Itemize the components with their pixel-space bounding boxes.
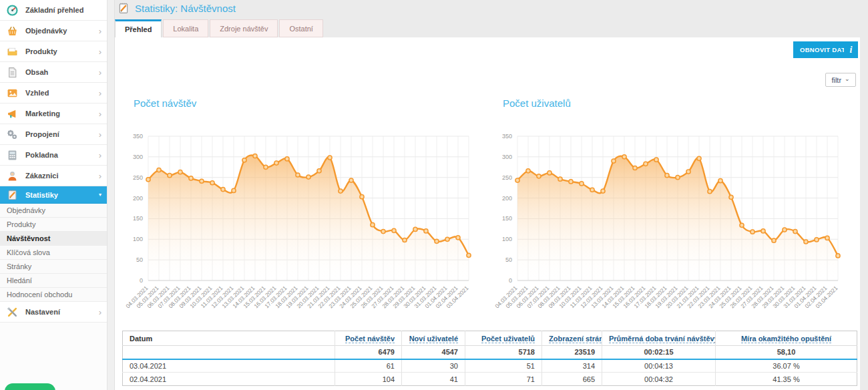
- customer-icon: [7, 170, 18, 182]
- sidebar-item-label: Produkty: [7, 220, 35, 228]
- sortable-column-label[interactable]: Průměrná doba trvání návštěvy: [609, 335, 716, 343]
- svg-text:300: 300: [133, 154, 143, 160]
- sidebar-item-label: Pokladna: [25, 151, 58, 159]
- sidebar-item-vzhled[interactable]: Vzhled›: [0, 83, 107, 104]
- column-header: Noví uživatelé: [402, 331, 465, 346]
- sidebar-item-label: Hodnocení obchodu: [7, 290, 72, 299]
- sidebar-subitem-klicova-slova[interactable]: Klíčová slova: [0, 246, 107, 260]
- column-header: Průměrná doba trvání návštěvy: [602, 331, 716, 346]
- visits-chart: Počet návštěv 05010015020025030035004.03…: [122, 98, 489, 322]
- table-cell: 6479: [335, 346, 402, 359]
- sidebar-item-label: Vzhled: [25, 89, 49, 97]
- sidebar-item-label: Stránky: [7, 262, 31, 270]
- table-cell: 02.04.2021: [123, 373, 335, 386]
- sidebar-item-nastaveni[interactable]: Nastavení›: [0, 302, 107, 323]
- tab-ostatni[interactable]: Ostatní: [279, 19, 322, 37]
- sidebar-item-pokladna[interactable]: Pokladna›: [0, 145, 107, 166]
- sortable-column-label[interactable]: Noví uživatelé: [409, 335, 458, 343]
- folder-icon: [7, 46, 18, 57]
- sidebar-scrollbar[interactable]: [107, 0, 115, 390]
- note-pencil-icon: [118, 2, 130, 14]
- svg-text:250: 250: [133, 174, 143, 181]
- sortable-column-label[interactable]: Počet uživatelů: [481, 335, 535, 343]
- info-button[interactable]: i: [844, 41, 858, 58]
- tab-zdroje-navstev[interactable]: Zdroje návštěv: [210, 19, 278, 37]
- chevron-right-icon: ›: [99, 130, 101, 139]
- chevron-right-icon: ›: [99, 89, 101, 98]
- sidebar-item-label: Propojení: [25, 130, 59, 138]
- sidebar-item-label: Statistiky: [25, 191, 58, 199]
- sidebar-item-label: Marketing: [25, 110, 60, 118]
- table-cell: 71: [465, 373, 542, 386]
- sidebar-subitem-hledani[interactable]: Hledání: [0, 274, 107, 288]
- tab-lokalita[interactable]: Lokalita: [163, 19, 208, 37]
- sidebar-item-label: Nastavení: [25, 308, 60, 316]
- table-header-row: DatumPočet návštěvNoví uživateléPočet už…: [123, 331, 857, 346]
- image-icon: [7, 87, 18, 99]
- gears-icon: [7, 129, 18, 140]
- sidebar-nav: Základní přehledObjednávky›Produkty›Obsa…: [0, 0, 107, 323]
- chevron-right-icon: ›: [99, 47, 101, 56]
- app-root: { "header": { "title": "Statistiky: Návš…: [0, 0, 868, 390]
- content-panel: OBNOVIT DATA i filtr ⌄ Počet návštěv 050…: [115, 37, 860, 390]
- sidebar-item-propojeni[interactable]: Propojení›: [0, 124, 107, 145]
- sortable-column-label[interactable]: Zobrazení stránek: [549, 335, 602, 343]
- sidebar-item-label: Základní přehled: [25, 6, 83, 14]
- main-content: Statistiky: Návštěvnost PřehledLokalitaZ…: [115, 0, 868, 390]
- summary-row: 6479454757182351900:02:1558,10: [123, 346, 857, 359]
- chevron-right-icon: ›: [99, 308, 101, 317]
- tab-prehled[interactable]: Přehled: [115, 19, 162, 37]
- sidebar-item-obsah[interactable]: Obsah›: [0, 62, 107, 83]
- column-header: Počet návštěv: [335, 331, 402, 346]
- filter-dropdown[interactable]: filtr ⌄: [825, 73, 856, 87]
- sidebar-item-objednavky[interactable]: Objednávky›: [0, 21, 107, 41]
- filter-label: filtr: [831, 76, 841, 84]
- sidebar-item-zakladni-prehled[interactable]: Základní přehled: [0, 0, 107, 21]
- svg-text:100: 100: [133, 236, 143, 242]
- chevron-right-icon: ›: [99, 172, 101, 180]
- sidebar-subitem-produkty[interactable]: Produkty: [0, 218, 107, 232]
- svg-text:150: 150: [502, 215, 512, 222]
- visits-chart-title: Počet návštěv: [134, 98, 489, 111]
- chevron-right-icon: ›: [99, 27, 101, 35]
- table-cell: 4547: [402, 346, 465, 359]
- chevron-down-icon: ▾: [99, 192, 101, 198]
- sidebar-item-marketing[interactable]: Marketing›: [0, 104, 107, 124]
- sortable-column-label[interactable]: Počet návštěv: [345, 335, 395, 343]
- sidebar-item-label: Obsah: [25, 68, 48, 76]
- sidebar-item-label: Objednávky: [25, 27, 67, 35]
- sidebar-item-statistiky[interactable]: Statistiky▾: [0, 186, 107, 204]
- table-cell: 00:02:15: [602, 346, 716, 359]
- table-cell: 665: [542, 373, 602, 386]
- sidebar-subitem-stranky[interactable]: Stránky: [0, 260, 107, 274]
- stats-icon: [7, 189, 18, 200]
- sidebar-bottom-button[interactable]: [5, 383, 55, 390]
- svg-text:100: 100: [502, 236, 512, 242]
- statistics-table: DatumPočet návštěvNoví uživateléPočet už…: [122, 331, 857, 386]
- sidebar-item-zakaznici[interactable]: Zákaznici›: [0, 166, 107, 186]
- column-header: Zobrazení stránek: [542, 331, 602, 346]
- users-chart-title: Počet uživatelů: [503, 98, 859, 111]
- table-row: 03.04.202161305131400:04:1336.07 %: [123, 359, 857, 373]
- sidebar-item-label: Produkty: [25, 47, 57, 55]
- table-cell: 314: [542, 359, 602, 373]
- table-cell: 00:04:13: [602, 359, 716, 373]
- sidebar-subitem-navstevnost[interactable]: Návštěvnost: [0, 232, 107, 246]
- column-header: Míra okamžitého opuštění: [716, 331, 857, 346]
- sortable-column-label[interactable]: Míra okamžitého opuštění: [741, 335, 831, 343]
- table-cell: 51: [465, 359, 542, 373]
- sidebar-item-label: Hledání: [7, 276, 32, 284]
- sidebar-item-label: Návštěvnost: [7, 234, 50, 242]
- svg-text:350: 350: [133, 133, 143, 140]
- svg-text:50: 50: [136, 256, 143, 263]
- sidebar-item-label: Zákaznici: [25, 172, 59, 180]
- chevron-right-icon: ›: [99, 110, 101, 118]
- sidebar-subitem-hodnoceni-obchodu[interactable]: Hodnocení obchodu: [0, 288, 107, 302]
- svg-text:0: 0: [509, 277, 512, 284]
- sidebar-subitem-objednavky[interactable]: Objednávky: [0, 204, 107, 218]
- table-cell: [123, 346, 335, 359]
- svg-text:300: 300: [502, 154, 512, 160]
- table-cell: 36.07 %: [716, 359, 857, 373]
- sidebar-item-produkty[interactable]: Produkty›: [0, 41, 107, 62]
- svg-text:200: 200: [502, 195, 512, 202]
